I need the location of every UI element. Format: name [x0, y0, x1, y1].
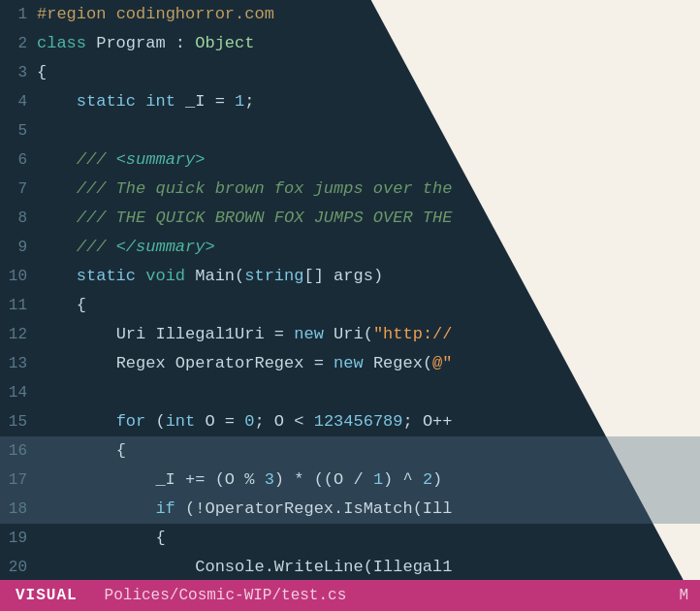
code-line: 7 /// The quick brown fox jumps over the [0, 175, 700, 204]
line-content: Regex OperatorRegex = new Regex(@" [37, 349, 700, 378]
code-line: 8 /// THE QUICK BROWN FOX JUMPS OVER THE [0, 204, 700, 233]
line-number: 2 [0, 29, 37, 58]
line-number: 9 [0, 233, 37, 262]
token: ; O < [254, 412, 313, 431]
token: static [77, 92, 145, 111]
token: "http:// [373, 325, 453, 343]
token: Regex OperatorRegex = [116, 354, 334, 372]
code-line: 12 Uri Illegal1Uri = new Uri("http:// [0, 320, 700, 349]
token: 0 [244, 412, 254, 431]
line-content: { [37, 291, 700, 320]
line-number: 11 [0, 291, 37, 320]
token: codinghorror.com [116, 5, 274, 23]
line-content: /// </summary> [37, 233, 700, 262]
code-line: 13 Regex OperatorRegex = new Regex(@" [0, 349, 700, 378]
line-content: { [37, 524, 700, 553]
code-line: 11 { [0, 291, 700, 320]
token: 3 [265, 470, 274, 489]
token: #region [37, 5, 116, 23]
line-content: if (!OperatorRegex.IsMatch(Ill [37, 495, 700, 524]
token: ; [244, 92, 254, 111]
token: { [77, 296, 86, 314]
token: class [37, 34, 96, 52]
token: ( [155, 412, 165, 431]
line-number: 7 [0, 175, 37, 204]
token: /// THE QUICK BROWN FOX JUMPS OVER THE [77, 209, 453, 227]
line-content: #region codinghorror.com [37, 0, 700, 29]
token: if [155, 499, 185, 518]
token: @" [432, 354, 452, 372]
code-line: 3{ [0, 58, 700, 87]
token: { [37, 63, 47, 81]
file-path: Polices/Cosmic-WIP/test.cs [93, 587, 668, 604]
code-line: 15 for (int O = 0; O < 123456789; O++ [0, 407, 700, 436]
token: Regex( [373, 354, 432, 372]
token: _I = [185, 92, 235, 111]
token: new [334, 354, 373, 372]
line-content: /// The quick brown fox jumps over the [37, 175, 700, 204]
line-content: { [37, 58, 700, 87]
code-line: 6 /// <summary> [0, 145, 700, 175]
line-number: 16 [0, 436, 37, 466]
token: ; O++ [403, 412, 453, 431]
code-line: 18 if (!OperatorRegex.IsMatch(Ill [0, 495, 700, 524]
token: 1 [373, 470, 383, 489]
token: int [145, 92, 185, 111]
token: ) * ((O / [274, 470, 373, 489]
line-number: 19 [0, 524, 37, 553]
code-line: 9 /// </summary> [0, 233, 700, 262]
editor: 1#region codinghorror.com2class Program … [0, 0, 700, 611]
line-number: 8 [0, 204, 37, 233]
line-number: 15 [0, 407, 37, 436]
token: (!OperatorRegex.IsMatch(Ill [185, 499, 452, 518]
code-line: 10 static void Main(string[] args) [0, 262, 700, 291]
token: /// The quick brown fox jumps over the [77, 179, 453, 198]
token: : [175, 34, 195, 52]
token: [] args) [303, 267, 383, 285]
line-number: 17 [0, 466, 37, 495]
line-number: 14 [0, 378, 37, 407]
token: Uri Illegal1Uri = [116, 325, 295, 343]
token: Program [96, 34, 175, 52]
line-number: 10 [0, 262, 37, 291]
line-content: Console.WriteLine(Illegal1 [37, 553, 700, 582]
token: </summary> [116, 238, 215, 256]
line-number: 13 [0, 349, 37, 378]
token: ) [432, 470, 442, 489]
token: { [155, 529, 165, 547]
code-line: 20 Console.WriteLine(Illegal1 [0, 553, 700, 582]
line-number: 12 [0, 320, 37, 349]
code-line: 5 [0, 116, 700, 145]
code-line: 16 { [0, 436, 700, 466]
line-number: 6 [0, 145, 37, 175]
code-line: 1#region codinghorror.com [0, 0, 700, 29]
token: Console.WriteLine(Illegal1 [195, 558, 452, 576]
line-content: class Program : Object [37, 29, 700, 58]
token: 2 [423, 470, 432, 489]
line-content: /// THE QUICK BROWN FOX JUMPS OVER THE [37, 204, 700, 233]
token: /// [77, 238, 116, 256]
line-content: for (int O = 0; O < 123456789; O++ [37, 407, 700, 436]
token: Uri( [334, 325, 373, 343]
cursor-position: M [667, 587, 700, 604]
line-number: 1 [0, 0, 37, 29]
token: for [116, 412, 156, 431]
token: /// [77, 150, 116, 169]
token: <summary> [116, 150, 206, 169]
line-content: _I += (O % 3) * ((O / 1) ^ 2) [37, 466, 700, 495]
token: Main( [195, 267, 244, 285]
token: 1 [235, 92, 244, 111]
line-number: 5 [0, 116, 37, 145]
line-content: static void Main(string[] args) [37, 262, 700, 291]
token: { [116, 441, 126, 460]
code-line: 17 _I += (O % 3) * ((O / 1) ^ 2) [0, 466, 700, 495]
code-line: 19 { [0, 524, 700, 553]
code-line: 14 [0, 378, 700, 407]
line-number: 20 [0, 553, 37, 582]
line-number: 3 [0, 58, 37, 87]
token: O = [205, 412, 244, 431]
token: _I += (O % [155, 470, 264, 489]
token: Object [195, 34, 254, 52]
token: ) ^ [383, 470, 423, 489]
line-content: { [37, 436, 700, 466]
